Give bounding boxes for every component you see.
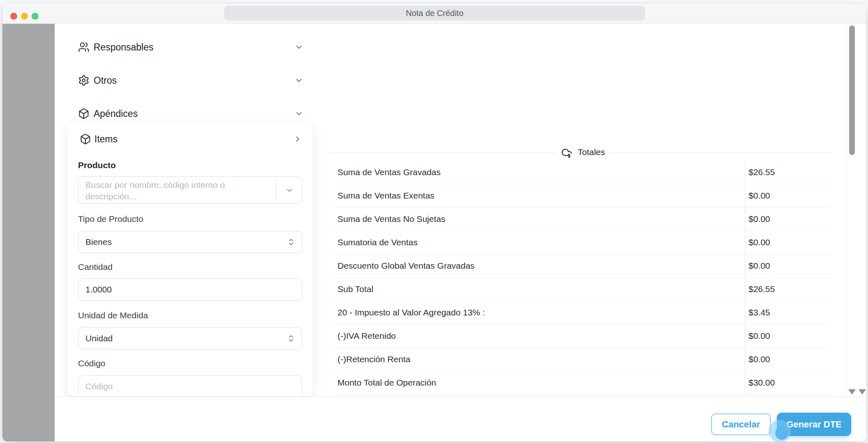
row-value: $26.55: [749, 278, 775, 301]
totales-section-header: $ Totales: [331, 147, 831, 158]
tipo-de-producto-label: Tipo de Producto: [78, 214, 143, 224]
users-icon: [78, 41, 90, 53]
unidad-de-medida-value: Unidad: [85, 328, 113, 349]
zoom-window-button[interactable]: [32, 13, 39, 20]
table-row: Suma de Ventas No Sujetas $0.00: [334, 208, 831, 231]
chevron-down-icon: [294, 109, 303, 118]
accordion-section-responsables[interactable]: Responsables: [67, 38, 313, 56]
box-icon: [78, 108, 90, 119]
unidad-de-medida-select[interactable]: Unidad: [78, 327, 302, 349]
tipo-de-producto-select[interactable]: Bienes: [78, 231, 302, 253]
chevrons-up-down-icon: [287, 334, 295, 343]
table-row: Descuento Global Ventas Gravadas $0.00: [334, 254, 831, 278]
accordion-label: Responsables: [94, 42, 154, 53]
tipo-de-producto-value: Bienes: [85, 231, 112, 253]
table-row: (-)Retención Renta $0.00: [334, 348, 831, 371]
accordion-section-apendices[interactable]: Apéndices: [67, 105, 313, 123]
chevron-right-icon: [293, 135, 302, 144]
chevrons-up-down-icon: [287, 238, 295, 246]
row-value: $0.00: [749, 184, 770, 207]
window-title-pill: Nota de Crédito: [224, 6, 645, 21]
accordion-label: Otros: [94, 75, 117, 86]
codigo-input[interactable]: [78, 375, 302, 397]
cloud-dollar-icon: $: [560, 146, 573, 158]
row-label: Sub Total: [338, 278, 373, 301]
overlay-scrim: [2, 24, 55, 441]
row-value: $0.00: [749, 324, 770, 347]
unidad-de-medida-label: Unidad de Medida: [78, 311, 148, 320]
row-label: Suma de Ventas Exentas: [338, 184, 434, 207]
accordion-section-otros[interactable]: Otros: [67, 71, 313, 89]
producto-search-combobox[interactable]: Buscar por nombre, código interno o desc…: [78, 176, 302, 204]
row-value: $3.45: [749, 301, 770, 324]
producto-placeholder: Buscar por nombre, código interno o desc…: [85, 179, 258, 202]
row-value: $0.00: [749, 231, 770, 254]
titlebar: Nota de Crédito: [2, 3, 866, 24]
table-row: Sub Total $26.55: [334, 278, 831, 301]
row-label: (-)Retención Renta: [338, 348, 410, 371]
table-row: Suma de Ventas Exentas $0.00: [334, 184, 831, 208]
chevron-down-icon[interactable]: [285, 186, 294, 194]
table-row: 20 - Impuesto al Valor Agregado 13% : $3…: [334, 301, 831, 324]
gear-icon: [78, 75, 90, 86]
row-label: 20 - Impuesto al Valor Agregado 13% :: [338, 301, 485, 324]
table-row: Monto Total de Operación $30.00: [334, 371, 831, 395]
row-label: Suma de Ventas Gravadas: [338, 161, 441, 184]
footer-bar: Cancelar Generar DTE: [55, 397, 866, 441]
divider-line: [610, 152, 831, 153]
row-label: Descuento Global Ventas Gravadas: [338, 254, 475, 277]
divider-line: [331, 152, 556, 153]
row-value: $26.55: [749, 161, 775, 184]
minimize-window-button[interactable]: [21, 13, 28, 20]
codigo-label: Código: [78, 359, 106, 368]
table-row: Suma de Ventas Gravadas $26.55: [334, 161, 831, 184]
combobox-divider: [276, 181, 276, 199]
accordion-label: Apéndices: [94, 108, 138, 119]
row-value: $30.00: [749, 371, 775, 394]
triangle-down-icon[interactable]: [848, 389, 856, 395]
svg-text:$: $: [568, 153, 571, 158]
box-icon: [80, 133, 91, 145]
cantidad-input[interactable]: [78, 279, 302, 301]
items-panel: Items Producto Buscar por nombre, código…: [67, 122, 313, 397]
cantidad-label: Cantidad: [78, 262, 113, 272]
row-label: Sumatoria de Ventas: [338, 231, 418, 254]
triangle-down-icon[interactable]: [859, 389, 866, 395]
row-value: $0.00: [749, 208, 770, 231]
row-label: Suma de Ventas No Sujetas: [338, 208, 445, 231]
table-row: (-)IVA Retenido $0.00: [334, 324, 831, 348]
close-window-button[interactable]: [10, 13, 17, 20]
row-label: Monto Total de Operación: [338, 371, 436, 394]
row-value: $0.00: [749, 254, 770, 277]
generar-dte-button[interactable]: Generar DTE: [777, 413, 851, 436]
totales-title: Totales: [578, 147, 605, 157]
scrollbar-thumb[interactable]: [849, 25, 855, 155]
nota-de-credito-window: Nota de Crédito Responsables Otros Apénd…: [2, 3, 866, 441]
items-title: Items: [94, 134, 117, 145]
chevron-down-icon: [294, 76, 303, 85]
chevron-down-icon: [294, 43, 303, 52]
content-edge-divider: [845, 24, 846, 397]
totales-table: Suma de Ventas Gravadas $26.55 Suma de V…: [334, 161, 831, 395]
table-row: Sumatoria de Ventas $0.00: [334, 231, 831, 254]
producto-label: Producto: [78, 160, 116, 170]
row-label: (-)IVA Retenido: [338, 324, 396, 347]
items-section-header[interactable]: Items: [67, 131, 313, 147]
cancel-button[interactable]: Cancelar: [711, 413, 771, 435]
row-value: $0.00: [749, 348, 770, 371]
window-title: Nota de Crédito: [406, 9, 463, 18]
